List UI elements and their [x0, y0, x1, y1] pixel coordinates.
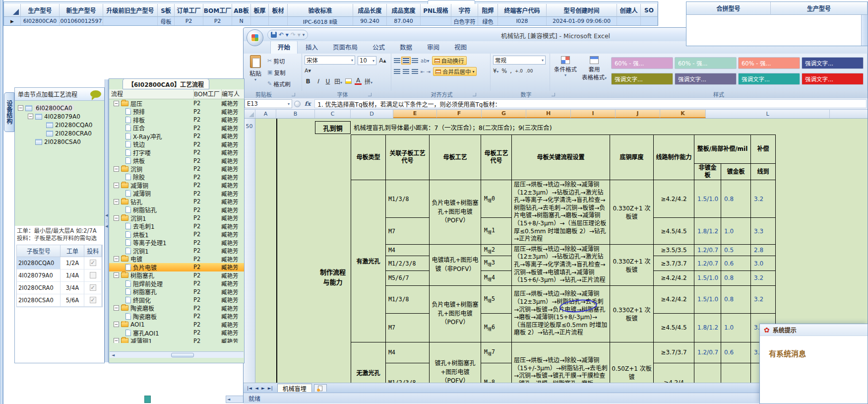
cell[interactable]: ≥4.5/4.5 — [654, 218, 694, 244]
format-as-table-button[interactable]: 套用 表格格式▾ — [581, 55, 607, 89]
flow-tree-item[interactable]: − 塞孔AOI1 P2 臧艳芳 — [109, 329, 244, 337]
cell-style-button[interactable]: 强调文字... — [738, 73, 800, 85]
column-header[interactable]: 型号创建时间 — [547, 4, 617, 17]
cell[interactable]: 0.8 — [721, 180, 751, 218]
underline-button[interactable]: U — [324, 78, 331, 85]
indent-buttons[interactable]: ⇤ ⇥ — [421, 69, 431, 74]
header-writer[interactable]: 编写人 — [221, 89, 244, 99]
scrollbar-thumb[interactable] — [171, 353, 194, 357]
select-all-corner[interactable] — [244, 110, 255, 118]
cell-value[interactable]: 母板 — [158, 17, 175, 25]
cell-style-button[interactable]: 60% - 强... — [611, 57, 673, 69]
cell-style-button[interactable]: 强调文字... — [611, 73, 673, 85]
dialog-launcher-icon[interactable] — [473, 93, 476, 96]
flow-tree-item[interactable]: − 沉铜1 P2 臧艳芳 — [109, 247, 244, 255]
device-tree-node[interactable]: − 2I0280CRA0 — [16, 129, 103, 137]
sub-board-model[interactable]: 2I0280CSA0 — [17, 294, 61, 307]
cell[interactable]: 0.330Z+1 次板镀 — [610, 244, 654, 285]
expand-icon[interactable]: − — [114, 256, 119, 262]
align-center-button[interactable] — [403, 69, 409, 74]
cell[interactable]: M1/3/8 — [386, 180, 430, 218]
paste-button[interactable]: 粘贴▾ — [246, 55, 265, 89]
header-line-to[interactable]: 线到 — [751, 164, 776, 180]
header-sub-board[interactable]: 子板型号 — [17, 245, 61, 257]
column-header-letter[interactable]: E — [393, 110, 437, 118]
column-header[interactable]: 创建人 — [617, 4, 641, 17]
ribbon-tab[interactable]: 页面布局 — [326, 41, 365, 54]
flow-tree-item[interactable]: − 排板 P2 臧艳芳 — [109, 116, 244, 124]
italic-button[interactable]: I — [314, 78, 321, 85]
cell[interactable] — [694, 363, 721, 383]
flow-tree-item[interactable]: − 去毛刺1 P2 臧艳芳 — [109, 222, 244, 231]
fill-color-button[interactable] — [345, 78, 352, 84]
cell[interactable]: 1.2/0.7 — [694, 244, 721, 256]
borders-button[interactable]: 田▾ — [334, 77, 342, 85]
flow-tree-item[interactable]: − 负片电镀 P2 臧艳芳 — [109, 263, 244, 271]
table-row[interactable]: 2I0280CRA0 3/4A — [17, 282, 102, 294]
cell[interactable]: 2.8 — [751, 244, 776, 256]
currency-button[interactable]: ¥▾ — [493, 67, 498, 74]
sheet-nav-arrows[interactable]: |◄◄►►| — [246, 386, 274, 391]
cell[interactable]: 3.3 — [751, 218, 776, 244]
column-header-letter[interactable]: I — [571, 110, 616, 118]
format-painter-button[interactable]: ✎格式刷 — [267, 80, 291, 88]
column-header-letter[interactable]: L — [706, 110, 830, 118]
cell[interactable]: 1.5/1.0 — [694, 180, 721, 218]
workorder-value[interactable]: 1/2A — [61, 257, 84, 269]
column-header-merge-model[interactable]: 合拼型号 — [686, 2, 771, 15]
cell[interactable]: 1.2/0.7 — [694, 342, 721, 363]
column-header-letter[interactable]: C — [315, 110, 351, 118]
header-craft[interactable]: 母板工艺 — [430, 135, 481, 180]
formula-input[interactable]: 1. 优先选择高Tg板材，若满足以下条件之一，则必须使用高Tg板材： — [314, 99, 867, 108]
cell[interactable]: M1/3/8 — [386, 285, 430, 313]
font-name-select[interactable]: 宋体▾ — [305, 56, 355, 65]
header-compensation2[interactable]: 补偿 — [751, 135, 776, 164]
cell[interactable]: ≥3.5/3.5 — [654, 244, 694, 256]
column-header-letter[interactable]: K — [660, 110, 706, 118]
flow-tree-item[interactable]: − X-Ray冲孔 P2 臧艳芳 — [109, 132, 244, 140]
cell[interactable]: ≥4.5/4.5 — [654, 313, 694, 342]
header-bom-factory[interactable]: BOM工厂 — [193, 89, 221, 99]
flow-tree-item[interactable]: − 减薄铜1 P2 臧艳芳 — [109, 337, 244, 343]
column-header[interactable]: BOM工厂 — [203, 4, 232, 17]
ribbon-tab[interactable]: 插入 — [299, 41, 325, 54]
percent-button[interactable]: % — [501, 67, 507, 74]
cell[interactable]: 0.8 — [721, 285, 751, 313]
cell[interactable]: 镀孔+树脂塞孔+图形电镀（POFV） — [430, 342, 481, 383]
flow-tree-item[interactable]: − 烘板 P2 臧艳芳 — [109, 157, 244, 165]
cell[interactable]: 1.0 — [721, 313, 751, 342]
increase-decimal-button[interactable]: +.0 — [515, 68, 523, 73]
undo-icon[interactable]: ↶ ▾ — [279, 31, 289, 38]
flow-tree-item[interactable]: − 打字喽 P2 臧艳芳 — [109, 148, 244, 157]
comma-button[interactable]: , — [510, 67, 512, 74]
cell[interactable]: 0.8 — [721, 270, 751, 285]
flow-tree-item[interactable]: − 电镀 P2 臧艳芳 — [109, 255, 244, 264]
expand-icon[interactable]: − — [114, 305, 119, 311]
font-size-select[interactable]: 10▾ — [358, 56, 376, 65]
column-header[interactable]: SO — [641, 4, 658, 17]
cell[interactable]: M4 — [386, 342, 430, 363]
expand-icon[interactable]: − — [114, 338, 119, 343]
font-color-button[interactable]: A — [355, 78, 362, 85]
wrap-text-button[interactable]: 自动换行 — [432, 56, 467, 65]
workorder-value[interactable]: 3/4A — [61, 282, 84, 294]
column-header[interactable]: 板材 — [269, 4, 288, 17]
cell[interactable]: M埋6 — [481, 313, 512, 342]
table-row[interactable]: 4I028079A0 1/4A — [17, 269, 102, 282]
expand-icon[interactable]: − — [114, 199, 119, 204]
cell-value[interactable] — [103, 17, 158, 25]
ribbon-tab[interactable]: 审阅 — [420, 41, 446, 54]
flow-tree-item[interactable]: − 树脂塞孔 P2 臧艳芳 — [109, 288, 244, 296]
tab-device-structure[interactable]: 设备结构 — [4, 92, 14, 132]
feeding-cell[interactable] — [84, 294, 102, 307]
cell-value[interactable]: IPC-6018 Ⅱ级 — [288, 17, 353, 25]
expand-icon[interactable]: − — [114, 272, 119, 278]
cell[interactable]: M5/6/7 — [386, 270, 430, 285]
column-header[interactable]: 阻焊 — [478, 4, 498, 17]
column-header[interactable]: 终端客户代码 — [498, 4, 547, 17]
flow-tree-item[interactable]: − 等离子处理1 P2 臧艳芳 — [109, 239, 244, 247]
phonetic-button[interactable]: 拼▾ — [365, 77, 372, 85]
cell-value[interactable]: P2 — [203, 17, 232, 25]
qat-more-icon[interactable]: ▾ — [303, 32, 305, 37]
conditional-formatting-button[interactable]: 条件格式▾ — [553, 55, 578, 89]
